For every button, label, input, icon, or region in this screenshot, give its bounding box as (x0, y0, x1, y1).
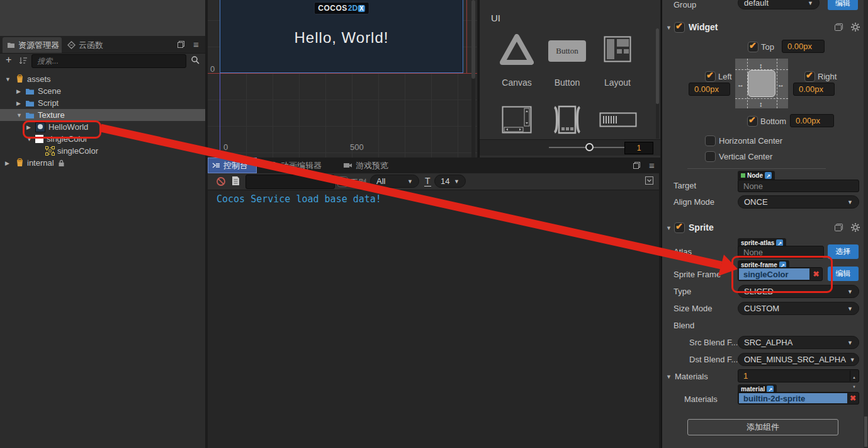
sprite-settings-gear-icon[interactable] (851, 223, 860, 232)
sprite-enabled-checkbox[interactable] (674, 222, 685, 233)
tree-row-texture[interactable]: Texture (0, 109, 205, 121)
tab-game-preview[interactable]: 游戏预览 (343, 158, 388, 173)
ui-zoom-value-box[interactable]: 1 (624, 142, 653, 154)
ui-panel-vscrollbar[interactable] (656, 28, 659, 139)
horizontal-center-checkbox[interactable] (705, 135, 716, 146)
widget-section-expander[interactable] (666, 25, 672, 31)
atlas-select-button[interactable]: 选择 (828, 244, 859, 259)
widget-bottom-checkbox[interactable] (747, 116, 758, 127)
regex-label: 正则 (350, 177, 366, 188)
tab-assets-explorer[interactable]: 资源管理器 (3, 37, 62, 53)
arrow-left-right-icon (737, 78, 744, 89)
panel-duplicate-icon[interactable] (177, 40, 185, 49)
dst-blend-dropdown[interactable]: ONE_MINUS_SRC_ALPHA (738, 353, 859, 366)
regex-checkbox[interactable] (337, 176, 348, 187)
align-mode-dropdown[interactable]: ONCE (738, 195, 859, 209)
widget-item-progressbar[interactable] (599, 112, 637, 129)
ui-zoom-value: 1 (637, 144, 641, 152)
panel-menu-icon[interactable]: ≡ (649, 160, 655, 171)
widget-item-pageview[interactable] (551, 105, 583, 135)
vertical-center-checkbox[interactable] (705, 151, 716, 162)
target-label: Target (674, 181, 696, 190)
widget-enabled-checkbox[interactable] (674, 22, 685, 33)
tree-row-singlecolor-frame[interactable]: singleColor (0, 145, 205, 157)
widget-bottom-input[interactable]: 0.00px (790, 114, 834, 127)
widget-item-canvas[interactable]: Canvas (497, 33, 536, 89)
search-icon[interactable] (191, 55, 200, 65)
widget-item-button[interactable]: Button Button (548, 33, 587, 89)
log-level-dropdown[interactable]: All (370, 175, 419, 188)
scene-canvas[interactable]: COCOS 2D X Hello, World! (220, 0, 463, 73)
scene-vscrollbar-thumb[interactable] (471, 0, 475, 79)
font-size-dropdown[interactable]: 14 (434, 175, 466, 188)
scene-vscrollbar[interactable] (471, 0, 475, 158)
tree-row-internal[interactable]: internal (0, 157, 205, 169)
group-edit-button[interactable]: 编辑 (828, 0, 858, 10)
atlas-label: Atlas (674, 247, 692, 256)
materials-expander[interactable] (666, 374, 672, 380)
add-component-button[interactable]: 添加组件 (687, 419, 838, 435)
clear-console-icon[interactable] (216, 176, 226, 187)
widget-right-checkbox[interactable] (804, 71, 815, 82)
panel-menu-icon[interactable]: ≡ (193, 39, 199, 50)
font-size-icon: T (424, 176, 431, 187)
canvas-widget-label: Canvas (497, 78, 536, 88)
stepper (850, 370, 858, 381)
target-value: None (743, 181, 763, 191)
expander-icon[interactable] (16, 88, 24, 95)
expander-icon[interactable] (5, 76, 13, 83)
console-panel: 控制台 动画编辑器 游戏预览 ≡ 正则 All T 14 (208, 158, 659, 448)
ui-zoom-slider-handle[interactable] (585, 143, 594, 151)
console-expand-icon[interactable] (645, 176, 654, 185)
stepper-down-icon[interactable] (852, 381, 856, 390)
sort-assets-icon[interactable] (19, 57, 28, 65)
expander-icon[interactable] (16, 100, 24, 106)
log-file-icon[interactable] (232, 176, 240, 186)
src-blend-dropdown[interactable]: SRC_ALPHA (738, 336, 859, 349)
size-mode-value: CUSTOM (744, 304, 779, 313)
widget-top-input[interactable]: 0.00px (782, 40, 825, 53)
annotation-box-helloworld (23, 120, 101, 139)
materials-count-input[interactable]: 1 (738, 369, 859, 382)
layout-widget-label: Layout (598, 78, 637, 88)
widget-item-layout[interactable]: Layout (598, 33, 637, 89)
size-mode-dropdown[interactable]: CUSTOM (738, 302, 859, 315)
inspector-vscrollbar[interactable] (864, 0, 868, 448)
tree-row-scene[interactable]: Scene (0, 85, 205, 97)
material-input[interactable]: builtin-2d-sprite (739, 393, 847, 403)
sprite-help-icon[interactable] (835, 224, 843, 231)
tab-animation-editor[interactable]: 动画编辑器 (269, 158, 322, 173)
widget-help-icon[interactable] (835, 23, 843, 31)
logo-2d-text: 2D (348, 4, 358, 13)
tree-row-assets[interactable]: assets (0, 73, 205, 85)
scene-view[interactable]: COCOS 2D X Hello, World! 0 0 500 (208, 0, 477, 158)
sprite-section-title: Sprite (689, 222, 714, 233)
console-log-line: Cocos Service load base data! (217, 193, 381, 205)
tab-cloud-functions[interactable]: 云函数 (63, 37, 121, 53)
panel-duplicate-icon[interactable] (633, 161, 641, 169)
expander-icon[interactable] (5, 160, 13, 166)
add-asset-button[interactable]: + (6, 54, 11, 66)
widget-left-input[interactable]: 0.00px (689, 83, 730, 96)
inspector-vscrollbar-thumb[interactable] (864, 416, 867, 447)
stepper-up-icon[interactable] (852, 371, 856, 381)
widget-top-checkbox[interactable] (748, 42, 758, 52)
ui-panel-vscrollbar-thumb[interactable] (656, 28, 659, 104)
expander-icon[interactable] (16, 112, 24, 118)
console-search-input[interactable] (245, 175, 335, 189)
sprite-section-expander[interactable] (666, 225, 672, 231)
tab-console[interactable]: 控制台 (208, 158, 257, 173)
gizmo-purple-vline (220, 73, 220, 158)
sprite-frame-icon (45, 146, 55, 156)
clear-material-icon[interactable] (847, 393, 859, 404)
assets-search-input[interactable]: 搜索... (31, 54, 186, 68)
widget-top-label: Top (761, 42, 774, 52)
widget-item-scrollview[interactable] (502, 106, 532, 135)
widget-right-input[interactable]: 0.00px (793, 83, 835, 96)
group-dropdown[interactable]: default (738, 0, 820, 9)
widget-left-checkbox[interactable] (705, 71, 716, 82)
target-input[interactable]: None (738, 180, 859, 192)
external-link-icon[interactable] (765, 172, 772, 179)
tree-row-script[interactable]: Script (0, 97, 205, 109)
widget-settings-gear-icon[interactable] (851, 23, 860, 32)
